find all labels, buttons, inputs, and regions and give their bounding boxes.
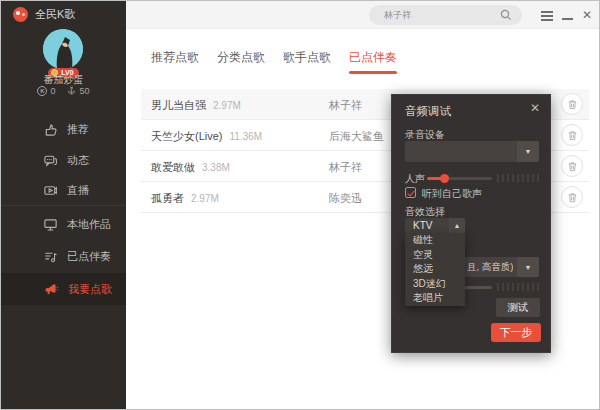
tab-recommend-songs[interactable]: 推荐点歌 (151, 49, 199, 76)
panel-title: 音频调试 (405, 104, 451, 119)
live-video-icon (43, 183, 58, 198)
effect-selected-value: KTV (413, 220, 432, 231)
sidebar-item-order-song[interactable]: 我要点歌 (1, 273, 126, 305)
panel-close-icon[interactable]: ✕ (530, 101, 540, 115)
app-window: 林子祥 ✕ 全民K歌 LV0 番茄炒蛋 K (0, 0, 600, 410)
next-step-button[interactable]: 下一步 (491, 323, 541, 342)
song-title: 男儿当自强 (151, 99, 206, 111)
top-bar: 林子祥 ✕ (126, 1, 599, 29)
vocal-slider-handle[interactable] (440, 174, 449, 183)
test-button[interactable]: 测试 (496, 298, 540, 317)
sidebar-item-local-works[interactable]: 本地作品 (1, 209, 126, 239)
search-input[interactable]: 林子祥 (369, 5, 522, 25)
chat-bubbles-icon (43, 153, 58, 168)
delete-song-button[interactable] (561, 155, 583, 177)
chevron-up-icon[interactable]: ▲ (449, 218, 465, 233)
app-logo-icon (13, 7, 28, 22)
sidebar: 全民K歌 LV0 番茄炒蛋 K 0 50 (1, 1, 126, 410)
audio-tuning-panel: 音频调试 ✕ 录音设备 ▼ 人声 听到自己歌声 音效选择 KTV ▲ 磁性 空灵… (391, 94, 551, 353)
effect-option[interactable]: 3D迷幻 (405, 277, 465, 292)
flower-count: 50 (80, 86, 90, 96)
search-icon[interactable] (500, 9, 512, 21)
song-size: 11.36M (230, 131, 263, 142)
tab-artist-songs[interactable]: 歌手点歌 (283, 49, 331, 76)
delete-song-button[interactable] (561, 93, 583, 115)
song-artist: 林子祥 (329, 160, 362, 175)
trash-icon (567, 99, 578, 110)
hear-self-checkbox[interactable] (405, 187, 416, 198)
quality-value: 且, 高音质) (467, 261, 513, 274)
delete-song-button[interactable] (561, 124, 583, 146)
sidebar-item-recommend[interactable]: 推荐 (1, 114, 126, 144)
sidebar-divider (1, 205, 126, 206)
effect-option[interactable]: 老唱片 (405, 291, 465, 306)
accompaniment-level-meter (497, 283, 539, 291)
tab-category-songs[interactable]: 分类点歌 (217, 49, 265, 76)
flower-icon (66, 85, 77, 96)
delete-song-button[interactable] (561, 186, 583, 208)
song-size: 3.38M (202, 162, 230, 173)
vocal-level-meter (497, 174, 539, 182)
app-title: 全民K歌 (35, 7, 75, 22)
effect-select[interactable]: KTV ▲ (405, 218, 465, 233)
song-artist: 陈奕迅 (329, 191, 362, 206)
song-size: 2.97M (213, 100, 241, 111)
app-logo: 全民K歌 (13, 7, 75, 22)
search-value[interactable]: 林子祥 (384, 8, 411, 22)
trash-icon (567, 192, 578, 203)
quality-select[interactable]: 且, 高音质) ▼ (457, 257, 539, 277)
tab-bar: 推荐点歌 分类点歌 歌手点歌 已点伴奏 (151, 49, 397, 76)
kcoin-stat: K 0 (37, 86, 55, 96)
effect-option[interactable]: 悠远 (405, 262, 465, 277)
song-title: 敢爱敢做 (151, 161, 195, 173)
playlist-note-icon (43, 249, 58, 264)
vocal-label: 人声 (405, 172, 425, 186)
song-size: 2.97M (191, 193, 219, 204)
monitor-icon (43, 217, 58, 232)
kcoin-icon: K (37, 86, 47, 96)
song-artist: 林子祥 (329, 98, 362, 113)
trash-icon (567, 161, 578, 172)
effect-option[interactable]: 空灵 (405, 248, 465, 263)
tab-selected-accompaniment[interactable]: 已点伴奏 (349, 49, 397, 76)
thumbs-up-icon (43, 122, 58, 137)
minimize-icon[interactable] (557, 1, 577, 29)
trash-icon (567, 130, 578, 141)
menu-icon[interactable] (537, 1, 557, 29)
sidebar-item-selected-accompaniment[interactable]: 已点伴奏 (1, 241, 126, 271)
effect-dropdown-list: 磁性 空灵 悠远 3D迷幻 老唱片 (405, 233, 465, 306)
song-title: 孤勇者 (151, 192, 184, 204)
sidebar-item-feed[interactable]: 动态 (1, 145, 126, 175)
flower-stat: 50 (66, 85, 90, 96)
kcoin-count: 0 (50, 86, 55, 96)
close-icon[interactable]: ✕ (577, 1, 597, 29)
user-stats: K 0 50 (1, 85, 126, 96)
record-device-label: 录音设备 (405, 128, 445, 142)
chevron-down-icon[interactable]: ▼ (517, 257, 539, 277)
hear-self-label: 听到自己歌声 (422, 187, 482, 201)
song-title: 天竺少女(Live) (151, 130, 223, 142)
megaphone-icon (43, 281, 59, 297)
record-device-select[interactable]: ▼ (405, 141, 539, 162)
sidebar-item-live[interactable]: 直播 (1, 175, 126, 205)
effect-label: 音效选择 (405, 205, 445, 219)
effect-option[interactable]: 磁性 (405, 233, 465, 248)
vocal-slider-track[interactable] (444, 177, 492, 180)
chevron-down-icon[interactable]: ▼ (517, 141, 539, 162)
song-artist: 后海大鲨鱼 (329, 129, 384, 144)
